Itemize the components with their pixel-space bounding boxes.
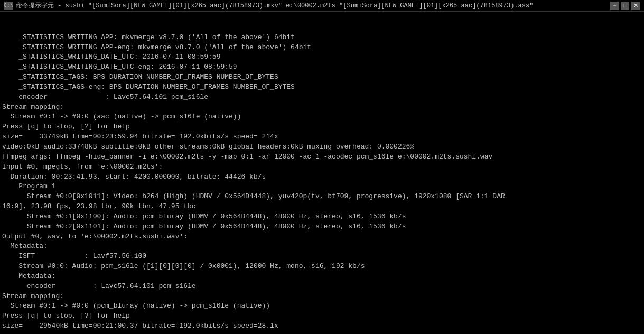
window-title: 命令提示字元 - sushi "[SumiSora][NEW_GAME!][01… <box>16 1 533 10</box>
terminal-line: Stream #0:2[0x1101]: Audio: pcm_bluray (… <box>2 222 642 232</box>
terminal-line: Stream #0:1 -> #0:0 (aac (native) -> pcm… <box>2 112 642 122</box>
title-bar-left: C:\ 命令提示字元 - sushi "[SumiSora][NEW_GAME!… <box>4 1 533 10</box>
terminal-line: _STATISTICS_WRITING_DATE_UTC-eng: 2016-0… <box>2 62 642 72</box>
terminal-line: Metadata: <box>2 272 642 282</box>
maximize-button[interactable]: □ <box>621 2 629 10</box>
terminal-line: Stream #0:0: Audio: pcm_s16le ([1][0][0]… <box>2 262 642 272</box>
terminal-line: Program 1 <box>2 182 642 192</box>
terminal-line: Duration: 00:23:41.93, start: 4200.00000… <box>2 172 642 182</box>
terminal-line: Stream #0:1 -> #0:0 (pcm_bluray (native)… <box>2 301 642 311</box>
terminal-icon: C:\ <box>4 2 13 10</box>
terminal-line: _STATISTICS_TAGS-eng: BPS DURATION NUMBE… <box>2 82 642 92</box>
terminal-line: video:0kB audio:33748kB subtitle:0kB oth… <box>2 142 642 152</box>
terminal-line: _STATISTICS_WRITING_APP: mkvmerge v8.7.0… <box>2 33 642 43</box>
minimize-button[interactable]: － <box>610 2 619 10</box>
close-button[interactable]: ✕ <box>631 2 640 10</box>
terminal-line: encoder : Lavc57.64.101 pcm_s16le <box>2 92 642 103</box>
terminal-line: _STATISTICS_WRITING_APP-eng: mkvmerge v8… <box>2 43 642 53</box>
title-bar: C:\ 命令提示字元 - sushi "[SumiSora][NEW_GAME!… <box>0 0 644 12</box>
terminal-line: Stream mapping: <box>2 292 642 302</box>
terminal-line: Stream #0:0[0x1011]: Video: h264 (High) … <box>2 192 642 202</box>
terminal-line: _STATISTICS_WRITING_DATE_UTC: 2016-07-11… <box>2 52 642 62</box>
terminal-line: Press [q] to stop, [?] for help <box>2 122 642 132</box>
terminal-line: encoder : Lavc57.64.101 pcm_s16le <box>2 282 642 292</box>
terminal-line: _STATISTICS_TAGS: BPS DURATION NUMBER_OF… <box>2 72 642 82</box>
terminal-line: ffmpeg args: ffmpeg -hide_banner -i e:\0… <box>2 152 642 162</box>
terminal-line: ISFT : Lavf57.56.100 <box>2 252 642 262</box>
terminal-line: Stream mapping: <box>2 103 642 113</box>
terminal-line: Output #0, wav, to 'e:\00002.m2ts.sushi.… <box>2 232 642 242</box>
terminal-body: _STATISTICS_WRITING_APP: mkvmerge v8.7.0… <box>0 12 644 334</box>
terminal-line: Press [q] to stop, [?] for help <box>2 311 642 321</box>
terminal-line: size= 33749kB time=00:23:59.94 bitrate= … <box>2 132 642 142</box>
title-bar-controls: － □ ✕ <box>610 2 640 10</box>
terminal-line: Metadata: <box>2 242 642 252</box>
window: C:\ 命令提示字元 - sushi "[SumiSora][NEW_GAME!… <box>0 0 644 334</box>
terminal-line: size= 29540kB time=00:21:00.37 bitrate= … <box>2 321 642 331</box>
terminal-line: 16:9], 23.98 fps, 23.98 tbr, 90k tbn, 47… <box>2 202 642 212</box>
terminal-line: Stream #0:1[0x1100]: Audio: pcm_bluray (… <box>2 212 642 222</box>
terminal-line: Input #0, mpegts, from 'e:\00002.m2ts': <box>2 162 642 172</box>
